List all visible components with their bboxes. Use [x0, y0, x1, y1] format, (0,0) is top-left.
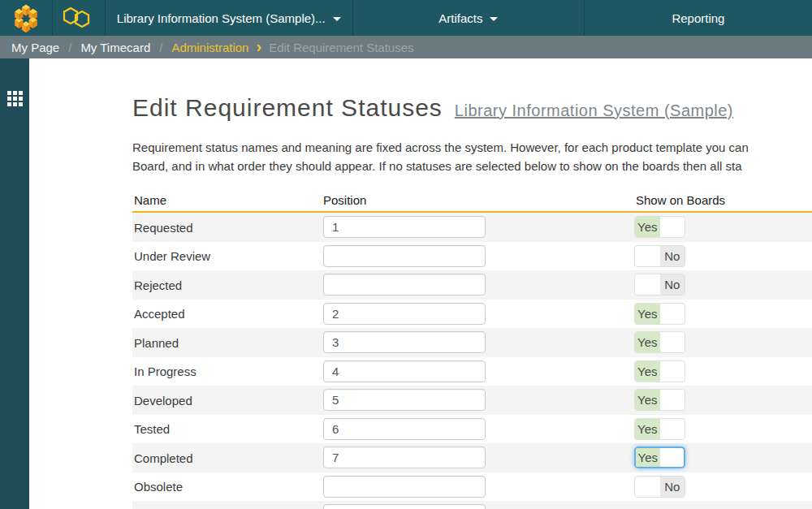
- toggle-state-label: Yes: [635, 390, 660, 410]
- project-title-link[interactable]: Library Information System (Sample): [455, 101, 733, 119]
- toggle-state-label: Yes: [635, 332, 660, 352]
- description-line-1: Requirement status names and meaning are…: [132, 138, 812, 157]
- page-title-text: Edit Requirement Statuses: [132, 94, 443, 121]
- toggle-state-label: No: [660, 246, 685, 266]
- table-row: PlannedYes: [132, 328, 812, 357]
- toggle-state-label: Yes: [636, 448, 660, 467]
- artifacts-menu-label: Artifacts: [438, 11, 482, 25]
- chevron-down-icon: [490, 17, 498, 21]
- position-input[interactable]: [323, 274, 486, 295]
- reporting-menu[interactable]: Reporting: [585, 0, 812, 36]
- status-name-label: Requested: [134, 220, 193, 234]
- status-name-label: Under Review: [134, 249, 210, 263]
- breadcrumb-my-page[interactable]: My Page: [11, 41, 59, 54]
- position-input[interactable]: [323, 476, 486, 498]
- show-on-boards-toggle[interactable]: Yes: [634, 216, 685, 238]
- show-on-boards-toggle[interactable]: Yes: [634, 360, 685, 382]
- status-table: Name Position Show on Boards RequestedYe…: [132, 192, 812, 509]
- page-description: Requirement status names and meaning are…: [132, 138, 812, 175]
- position-input[interactable]: [323, 418, 486, 440]
- spiraplan-logo-icon: [11, 2, 41, 33]
- breadcrumb-administration[interactable]: Administration: [171, 41, 248, 54]
- status-name-label: Rejected: [134, 278, 182, 291]
- table-row: ObsoleteNo: [132, 472, 812, 502]
- show-on-boards-toggle[interactable]: Yes: [634, 389, 685, 411]
- toggle-state-label: No: [660, 477, 685, 497]
- app-logo-button[interactable]: [0, 0, 53, 36]
- position-input[interactable]: [323, 303, 486, 325]
- position-input[interactable]: [323, 216, 486, 238]
- table-row: DevelopedYes: [132, 386, 812, 415]
- apps-grid-icon[interactable]: [7, 91, 23, 106]
- status-name-label: Developed: [134, 393, 192, 407]
- column-header-show-on-boards: Show on Boards: [636, 193, 725, 207]
- page-title: Edit Requirement StatusesLibrary Informa…: [132, 94, 812, 122]
- project-menu[interactable]: Library Information System (Sample)...: [106, 0, 353, 36]
- artifacts-menu[interactable]: Artifacts: [353, 0, 585, 36]
- table-row: AcceptedYes: [132, 300, 812, 329]
- table-row: Under ReviewNo: [132, 242, 812, 271]
- breadcrumb-separator: /: [159, 41, 162, 54]
- description-line-2: Board, and in what order they should app…: [132, 157, 812, 175]
- product-switcher-button[interactable]: [53, 0, 106, 36]
- status-table-header: Name Position Show on Boards: [132, 192, 812, 213]
- main-area: Edit Requirement StatusesLibrary Informa…: [0, 58, 812, 509]
- breadcrumb: My Page / My Timecard / Administration ›…: [0, 36, 812, 58]
- position-input[interactable]: [323, 389, 486, 411]
- table-row: CompletedYes: [132, 443, 812, 472]
- position-input[interactable]: [323, 331, 486, 353]
- chevron-down-icon: [333, 17, 341, 21]
- table-row: RequestedYes: [132, 213, 812, 242]
- project-menu-label: Library Information System (Sample)...: [117, 11, 326, 25]
- show-on-boards-toggle[interactable]: Yes: [634, 331, 685, 353]
- show-on-boards-toggle[interactable]: No: [634, 245, 685, 267]
- status-name-label: Obsolete: [134, 480, 183, 494]
- status-name-label: In Progress: [134, 364, 197, 378]
- show-on-boards-toggle[interactable]: Yes: [634, 446, 685, 468]
- breadcrumb-current-page: Edit Requirement Statuses: [269, 41, 413, 54]
- position-input[interactable]: [323, 245, 486, 267]
- status-name-label: Tested: [134, 422, 170, 436]
- table-row: In ProgressYes: [132, 357, 812, 386]
- reporting-menu-label: Reporting: [672, 11, 724, 25]
- column-header-name: Name: [134, 193, 166, 207]
- table-row: RejectedNo: [132, 270, 812, 300]
- top-nav: Library Information System (Sample)... A…: [0, 0, 812, 36]
- table-row: [132, 501, 812, 509]
- toggle-state-label: Yes: [635, 419, 660, 439]
- show-on-boards-toggle[interactable]: Yes: [634, 303, 685, 325]
- show-on-boards-toggle[interactable]: No: [634, 274, 685, 295]
- show-on-boards-toggle[interactable]: Yes: [634, 418, 685, 440]
- position-input[interactable]: [323, 446, 486, 468]
- show-on-boards-toggle[interactable]: No: [634, 476, 685, 498]
- breadcrumb-separator: /: [68, 41, 71, 54]
- column-header-position: Position: [323, 193, 366, 207]
- status-table-body: RequestedYesUnder ReviewNoRejectedNoAcce…: [132, 213, 812, 509]
- status-name-label: Completed: [134, 451, 193, 464]
- table-row: TestedYes: [132, 415, 812, 444]
- left-sidebar: [0, 58, 29, 509]
- status-name-label: Accepted: [134, 307, 185, 321]
- product-hexagons-icon: [63, 6, 95, 29]
- position-input[interactable]: [323, 360, 486, 382]
- toggle-state-label: Yes: [635, 217, 660, 237]
- page-content: Edit Requirement StatusesLibrary Informa…: [29, 58, 812, 509]
- position-input[interactable]: [323, 504, 486, 509]
- breadcrumb-my-timecard[interactable]: My Timecard: [80, 41, 150, 54]
- toggle-state-label: No: [660, 274, 685, 295]
- toggle-state-label: Yes: [635, 304, 660, 324]
- breadcrumb-chevron-icon: ›: [256, 38, 261, 54]
- toggle-state-label: Yes: [635, 361, 660, 382]
- status-name-label: Planned: [134, 335, 179, 349]
